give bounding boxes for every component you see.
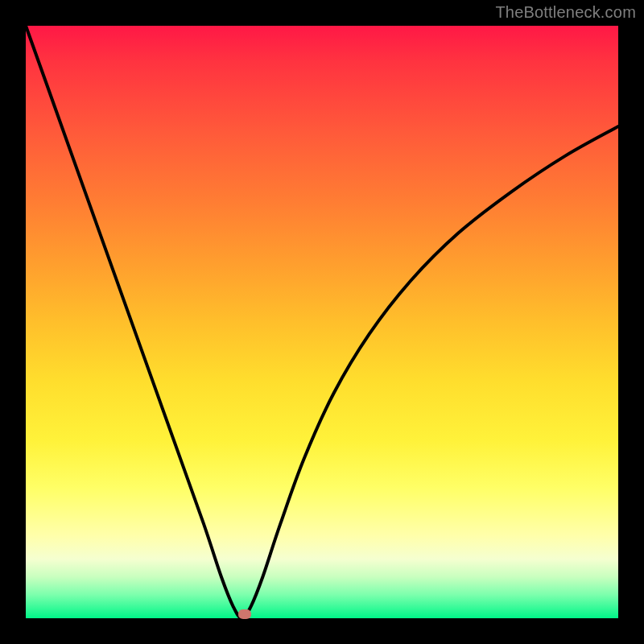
- optimum-marker: [238, 609, 251, 619]
- bottleneck-curve: [26, 26, 618, 618]
- watermark-text: TheBottleneck.com: [495, 3, 636, 22]
- chart-frame: TheBottleneck.com: [0, 0, 644, 644]
- plot-area: [26, 26, 618, 618]
